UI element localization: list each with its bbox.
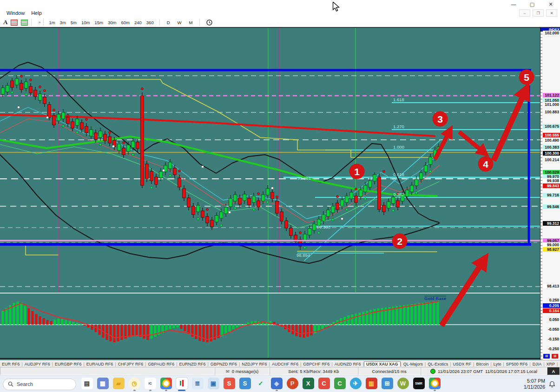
taskbar-icon-outlook-classic[interactable]: ◷: [128, 378, 140, 391]
watchlist-red-icon[interactable]: [11, 20, 18, 26]
minimize-icon[interactable]: —: [504, 0, 523, 8]
system-tray: 5:07 PM 1/11/2026: [524, 378, 560, 390]
maximize-icon[interactable]: ▢: [523, 0, 541, 8]
taskbar-icon-green-check[interactable]: ✓: [255, 378, 267, 389]
search-input[interactable]: Search: [3, 379, 76, 390]
child-minimize-icon[interactable]: –: [519, 9, 530, 17]
tab-gbpaud-rf6[interactable]: GBPAUD RF6: [146, 362, 176, 366]
period-M[interactable]: M: [189, 20, 193, 25]
taskbar-icon-calculator[interactable]: ▦: [97, 378, 109, 389]
timeframe-15m[interactable]: 15m: [95, 20, 103, 25]
timeframe-3m[interactable]: 3m: [60, 20, 66, 25]
taskbar-clock[interactable]: 5:07 PM 1/11/2026: [524, 378, 545, 390]
level-label: 1.000: [393, 144, 404, 150]
taskbar-icon-notes[interactable]: ≣: [191, 378, 204, 389]
taskbar-icon-folder[interactable]: ▰: [112, 378, 125, 389]
child-restore-icon[interactable]: ❐: [533, 9, 544, 17]
price-level-label: 101.000: [543, 102, 560, 107]
timeframe-240[interactable]: 240: [134, 20, 142, 25]
taskbar-icon-sublime[interactable]: S: [223, 378, 235, 389]
status-bar: ✉ 0 message(s) Sent: 5 Kb/Recv: 3449 Kb …: [0, 367, 560, 375]
tab-usdx-xau-xag[interactable]: USDX XAU XAG: [364, 361, 401, 366]
price-level-label: 101.122: [543, 93, 560, 98]
toolbar-overflow-icon[interactable]: »: [38, 20, 40, 25]
tab-sp500-rf6[interactable]: SP500 RF6: [504, 362, 530, 366]
price-level-label: 100.490: [543, 138, 560, 143]
taskbar-icon-red-box-app[interactable]: ▥: [365, 378, 377, 389]
price-level-label: 98.927: [543, 247, 560, 252]
child-close-icon[interactable]: ✕: [546, 9, 557, 17]
tab-audnzd-rf6[interactable]: AUDNZD RF6: [333, 362, 363, 366]
timeframe-30m[interactable]: 30m: [108, 20, 116, 25]
tab-chfjpy-rf6[interactable]: CHFJPY RF6: [116, 362, 145, 366]
messages-count: 0 message(s): [232, 369, 259, 374]
tab-eur-rf6[interactable]: EUR RF6: [0, 362, 22, 366]
timeframe-1m[interactable]: 1m: [49, 20, 55, 25]
chart-pane[interactable]: 1.6181.2701.0000.6180.38299.30399.96198.…: [0, 27, 540, 360]
tab-3-coins[interactable]: 3 coins: [558, 362, 560, 366]
envelope-icon: ✉: [226, 369, 230, 374]
tab-xrp[interactable]: XRP: [545, 362, 557, 366]
taskbar-icon-red-round-app[interactable]: P: [286, 378, 298, 389]
title-bar: — ▢ ✕: [0, 0, 560, 9]
price-level-label: 99.843: [543, 183, 560, 188]
tab-djia[interactable]: DJIA: [531, 362, 544, 366]
price-level-label: 99.000: [543, 242, 560, 247]
tab-ql-exotics[interactable]: QL-Exotics: [426, 362, 450, 366]
taskbar-icon-file-explorer[interactable]: ▤: [81, 378, 93, 389]
taskbar-icon-smr[interactable]: SMR: [413, 378, 425, 389]
tab-audchf-rf6[interactable]: AUDCHF RF6: [270, 362, 300, 366]
taskbar-icon-clipboard[interactable]: ⊞: [381, 378, 393, 389]
tab-ql-majors[interactable]: QL-Majors: [402, 362, 425, 366]
session-clock-icon[interactable]: [206, 20, 212, 26]
price-level-label: -0.150: [547, 337, 560, 341]
close-icon[interactable]: ✕: [541, 0, 560, 8]
taskbar-icon-blue-app[interactable]: ◆: [270, 378, 283, 391]
taskbar-icon-chrome[interactable]: [160, 378, 172, 391]
svg-text:4: 4: [483, 159, 488, 170]
price-level-label: -0.050: [547, 327, 560, 332]
font-tool-icon[interactable]: A: [3, 19, 7, 26]
timeframe-group: 1m3m5m10m15m30m60m240360: [46, 20, 156, 25]
price-scale[interactable]: INDEX 102.000101.122101.050101.000100.88…: [540, 27, 560, 360]
tab-usdx-rf[interactable]: USDX RF: [451, 362, 474, 366]
indicator-zoom-button[interactable]: ⊞: [543, 354, 550, 359]
timeframe-5m[interactable]: 5m: [71, 20, 77, 25]
taskbar-icon-telegram[interactable]: ✈: [349, 378, 362, 389]
tab-gbpnzd-rf6[interactable]: GBPNZD RF6: [209, 362, 239, 366]
tab-euraud-rf6[interactable]: EURAUD RF6: [85, 362, 115, 366]
tab-gbpchf-rf6[interactable]: GBPCHF RF6: [301, 362, 331, 366]
tab-eurnzd-rf6[interactable]: EURNZD RF6: [178, 362, 208, 366]
taskbar-icon-photos[interactable]: ▣: [207, 378, 219, 389]
search-icon: [8, 381, 13, 387]
taskbar-icon-trading-platform[interactable]: [176, 378, 188, 391]
timeframe-10m[interactable]: 10m: [81, 20, 90, 25]
tab-audjpy-rf6[interactable]: AUDJPY RF6: [23, 362, 52, 366]
period-W[interactable]: W: [178, 20, 182, 25]
taskbar-icon-green-app[interactable]: X: [302, 378, 314, 389]
notification-bell-icon[interactable]: [549, 381, 555, 388]
menu-help[interactable]: Help: [31, 10, 42, 16]
taskbar-icon-c-red[interactable]: C: [318, 378, 330, 389]
tab-nzdjpy-rf6[interactable]: NZDJPY RF6: [240, 362, 269, 366]
taskbar-icon-c-green[interactable]: C: [334, 378, 346, 389]
price-chart-svg[interactable]: 1.6181.2701.0000.6180.38299.30399.96198.…: [0, 28, 540, 360]
taskbar-icon-ic-markets[interactable]: IC: [144, 378, 156, 391]
taskbar-icons: ▤▦▰◷IC≣▣SS✓◆PXCC✈▥⊞WSMR: [81, 378, 441, 391]
timeframe-360[interactable]: 360: [146, 20, 154, 25]
taskbar-icon-w-olive[interactable]: W: [397, 378, 409, 389]
tab-eurgbp-rf6[interactable]: EURGBP RF6: [53, 362, 83, 366]
period-D[interactable]: D: [167, 20, 170, 25]
taskbar-icon-skype[interactable]: S: [239, 378, 251, 389]
indicator-zoom-button[interactable]: ⊞: [552, 354, 558, 359]
search-placeholder: Search: [17, 381, 33, 387]
taskbar-icon-chrome-2[interactable]: [428, 378, 441, 391]
menu-window[interactable]: Window: [7, 10, 25, 16]
tab-lyte[interactable]: Lyte: [492, 362, 503, 366]
tab-bitcoin[interactable]: Bitcoin: [474, 362, 490, 366]
watchlist-green-icon[interactable]: [21, 20, 28, 26]
price-level-label: 100.883: [543, 110, 560, 114]
price-level-label: 99.546: [543, 204, 560, 209]
timeframe-60m[interactable]: 60m: [121, 20, 129, 25]
platform-status-icon[interactable]: A: [547, 367, 560, 375]
